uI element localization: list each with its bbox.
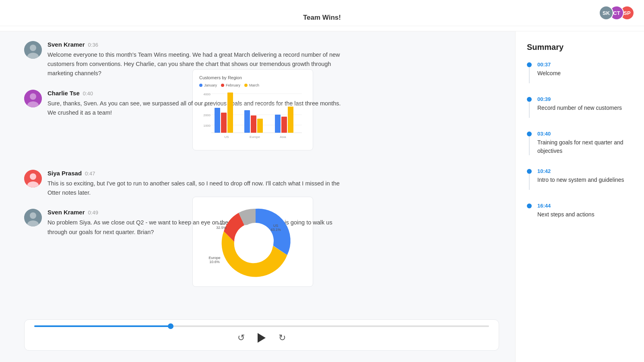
svg-text:4000: 4000 xyxy=(203,93,211,96)
svg-text:2000: 2000 xyxy=(203,113,211,117)
legend-dot-mar xyxy=(244,84,248,87)
summary-item[interactable]: 03:40 Training goals for next quarter an… xyxy=(527,131,633,168)
summary-dot xyxy=(527,132,532,136)
play-icon xyxy=(258,333,266,343)
legend-item: February xyxy=(221,83,240,87)
summary-label: Intro to new system and guidelines xyxy=(537,176,624,184)
player-bar: ↺ ↻ xyxy=(24,319,499,351)
svg-text:Asia: Asia xyxy=(280,135,286,139)
legend-dot-feb xyxy=(221,84,224,87)
svg-rect-16 xyxy=(221,113,227,133)
message-row: Sven Kramer 0:49 No problem Siya. As we … xyxy=(24,209,499,286)
summary-label: Training goals for next quarter and obje… xyxy=(537,138,633,155)
legend-label: January xyxy=(204,83,217,87)
summary-item[interactable]: 00:37 Welcome xyxy=(527,62,633,96)
bar-chart-title: Customers by Region xyxy=(199,75,306,80)
message-header: Sven Kramer 0:36 xyxy=(47,41,499,48)
svg-rect-19 xyxy=(251,115,256,133)
svg-text:43.1%: 43.1% xyxy=(270,228,281,232)
summary-dot xyxy=(527,97,532,102)
progress-fill xyxy=(34,325,171,327)
speaker-name: Siya Prasad xyxy=(47,170,82,177)
summary-dot xyxy=(527,62,532,67)
summary-left xyxy=(527,203,532,219)
summary-item[interactable]: 16:44 Next steps and actions xyxy=(527,203,633,219)
summary-line xyxy=(529,174,530,190)
speaker-name: Charlie Tse xyxy=(47,90,80,97)
summary-item[interactable]: 10:42 Intro to new system and guidelines xyxy=(527,168,633,203)
forward-icon: ↻ xyxy=(279,333,286,343)
summary-dot xyxy=(527,204,532,208)
chat-area: Sven Kramer 0:36 Welcome everyone to thi… xyxy=(0,31,515,319)
summary-time: 00:39 xyxy=(537,96,622,102)
summary-item-content: 10:42 Intro to new system and guidelines xyxy=(537,168,624,190)
timestamp: 0:40 xyxy=(83,90,93,97)
svg-text:US: US xyxy=(273,224,279,228)
summary-item-content: 03:40 Training goals for next quarter an… xyxy=(537,131,633,155)
summary-left xyxy=(527,131,532,155)
message-row: Siya Prasad 0:47 This is so exciting, bu… xyxy=(24,170,499,197)
message-content: Siya Prasad 0:47 This is so exciting, bu… xyxy=(47,170,499,197)
summary-item-content: 16:44 Next steps and actions xyxy=(537,203,594,219)
svg-text:32.5%: 32.5% xyxy=(216,226,227,230)
svg-text:3000: 3000 xyxy=(203,103,211,107)
svg-rect-17 xyxy=(227,93,233,133)
donut-chart-svg: US 43.1% Asia 32.5% Europe 10.6% xyxy=(199,203,312,279)
svg-rect-15 xyxy=(215,108,220,133)
summary-line xyxy=(529,67,530,83)
summary-time: 16:44 xyxy=(537,203,594,209)
participants-avatars: SK CT SP xyxy=(599,6,634,20)
svg-text:Europe: Europe xyxy=(250,135,260,139)
svg-point-1 xyxy=(30,45,36,51)
legend-item: March xyxy=(244,83,259,87)
page-title: Team Wins! xyxy=(0,6,644,26)
svg-text:1000: 1000 xyxy=(203,124,211,128)
forward-button[interactable]: ↻ xyxy=(279,333,286,343)
progress-thumb[interactable] xyxy=(168,323,173,329)
summary-line xyxy=(529,136,530,155)
message-header: Siya Prasad 0:47 xyxy=(47,170,499,177)
svg-point-4 xyxy=(30,93,36,100)
svg-rect-23 xyxy=(288,107,293,133)
bar-chart-container: Customers by Region January February xyxy=(192,69,313,150)
chart-legend: January February March xyxy=(199,83,306,87)
avatar xyxy=(24,41,42,59)
legend-item: January xyxy=(199,83,217,87)
play-button[interactable] xyxy=(256,333,267,343)
progress-track[interactable] xyxy=(34,325,489,327)
summary-left xyxy=(527,62,532,83)
svg-rect-20 xyxy=(257,119,263,133)
svg-rect-22 xyxy=(281,117,287,133)
summary-item[interactable]: 00:39 Record number of new customers xyxy=(527,96,633,131)
rewind-icon: ↺ xyxy=(237,333,245,343)
svg-text:Asia: Asia xyxy=(218,222,225,226)
message-content: Charlie Tse 0:40 Sure, thanks, Sven. As … xyxy=(47,90,499,150)
svg-text:Europe: Europe xyxy=(208,256,220,260)
player-controls: ↺ ↻ xyxy=(34,333,489,343)
svg-text:US: US xyxy=(224,135,229,139)
bar-chart-svg: 4000 3000 2000 1000 xyxy=(199,90,304,143)
speaker-name: Sven Kramer xyxy=(47,209,85,216)
svg-point-31 xyxy=(30,212,36,219)
message-content: Sven Kramer 0:49 No problem Siya. As we … xyxy=(47,209,499,286)
summary-items: 00:37 Welcome 00:39 Record number of new… xyxy=(527,62,633,219)
summary-sidebar: Summary 00:37 Welcome 00:39 xyxy=(515,31,644,362)
summary-line xyxy=(529,102,530,118)
avatar xyxy=(24,209,42,226)
svg-point-28 xyxy=(30,173,36,180)
avatar xyxy=(24,90,42,107)
summary-item-content: 00:37 Welcome xyxy=(537,62,561,83)
avatar xyxy=(24,170,42,187)
avatar-1: SK xyxy=(599,6,613,20)
summary-title: Summary xyxy=(527,43,633,52)
message-row: Charlie Tse 0:40 Sure, thanks, Sven. As … xyxy=(24,90,499,150)
legend-label: March xyxy=(249,83,259,87)
timestamp: 0:36 xyxy=(88,42,98,48)
message-text: This is so exciting, but I've got to run… xyxy=(47,179,349,197)
timestamp: 0:47 xyxy=(85,171,95,177)
svg-rect-21 xyxy=(275,115,281,133)
rewind-button[interactable]: ↺ xyxy=(237,333,245,343)
legend-dot-jan xyxy=(199,84,202,87)
speaker-name: Sven Kramer xyxy=(47,41,85,48)
svg-text:10.6%: 10.6% xyxy=(209,260,220,264)
